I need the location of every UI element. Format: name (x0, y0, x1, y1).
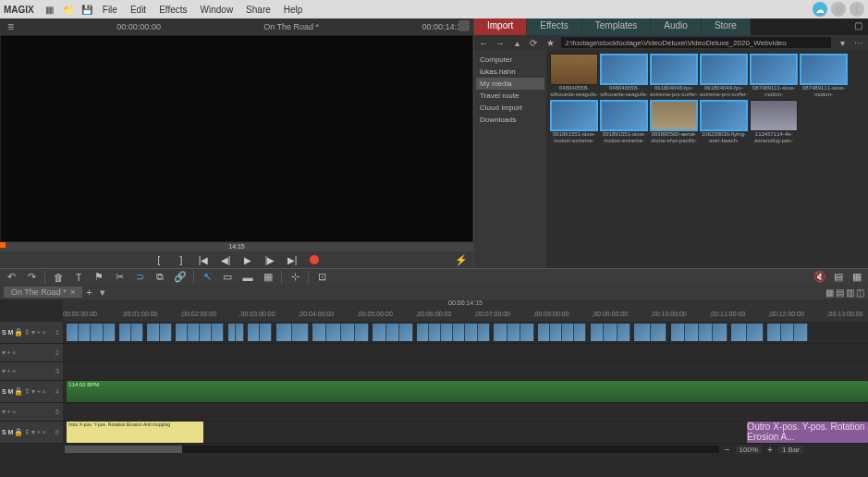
view1-icon[interactable]: ▤ (831, 271, 846, 284)
video-clip[interactable] (119, 324, 143, 341)
group-icon[interactable]: ⊃ (132, 271, 147, 284)
layout3-icon[interactable]: ▥ (846, 287, 854, 298)
media-thumb[interactable]: 093890560-aerial-drone-shot-pacific-co-a… (650, 100, 698, 144)
menu-help[interactable]: Help (278, 3, 309, 17)
new-icon[interactable]: ▦ (42, 2, 58, 17)
mode3-icon[interactable]: ▦ (261, 271, 275, 284)
upload-icon[interactable]: ↥ (850, 2, 864, 17)
marker-icon[interactable]: ⚑ (92, 271, 106, 284)
open-icon[interactable]: 📁 (60, 2, 77, 17)
panel-close-icon[interactable]: ▢ (849, 18, 868, 35)
video-clip[interactable] (248, 324, 272, 341)
project-tab[interactable]: On The Road * × (4, 287, 82, 298)
layout2-icon[interactable]: ▤ (836, 287, 844, 298)
text-icon[interactable]: T (71, 271, 86, 284)
nav-back-icon[interactable]: ← (478, 38, 489, 48)
add-tab-icon[interactable]: + (82, 287, 95, 298)
video-clip[interactable] (276, 324, 309, 341)
time-marks[interactable]: 00:00:00:00,00:01:00:00,00:02:00:00,00:0… (63, 311, 868, 322)
preview-menu-icon[interactable]: ≡ (7, 20, 14, 33)
tree-mymedia[interactable]: My media (476, 78, 544, 90)
render-icon[interactable]: ⚡ (455, 254, 468, 266)
audio-track-content[interactable]: 114.02 BPM (63, 381, 868, 402)
play-icon[interactable]: ▶ (240, 253, 255, 266)
delete-icon[interactable]: 🗑 (51, 271, 66, 284)
go-start-icon[interactable]: |◀ (196, 253, 211, 266)
view2-icon[interactable]: ▦ (850, 271, 864, 284)
tab-templates[interactable]: Templates (582, 18, 652, 35)
menu-file[interactable]: File (97, 3, 123, 17)
save-icon[interactable]: 💾 (79, 2, 95, 17)
link-icon[interactable]: 🔗 (173, 271, 188, 284)
mode1-icon[interactable]: ▭ (220, 271, 235, 284)
cut-icon[interactable]: ✂ (112, 271, 127, 284)
media-thumb[interactable]: 091891551-slow-motion-extreme-athl... (550, 100, 598, 144)
video-clip[interactable] (538, 324, 586, 341)
video-clip[interactable] (671, 324, 727, 341)
time-ruler[interactable]: 00:00:14:15 (63, 300, 868, 311)
nav-fwd-icon[interactable]: → (495, 38, 506, 48)
layout1-icon[interactable]: ▦ (825, 287, 834, 298)
tree-cloud[interactable]: Cloud Import (476, 102, 544, 114)
gear-icon[interactable]: ⚙ (831, 2, 846, 17)
tab-dropdown-icon[interactable]: ▾ (96, 287, 109, 299)
video-clip[interactable] (767, 324, 808, 341)
layout4-icon[interactable]: ◫ (856, 287, 864, 298)
tab-effects[interactable]: Effects (527, 18, 581, 35)
video-clip[interactable] (731, 324, 764, 341)
preview-ruler[interactable]: 14:15 (0, 242, 473, 251)
mark-out-icon[interactable]: ] (174, 253, 189, 266)
video-clip[interactable] (373, 324, 413, 341)
menu-edit[interactable]: Edit (125, 3, 152, 17)
menu-share[interactable]: Share (240, 3, 276, 17)
media-thumb[interactable]: 048046558-silhouette-seagulls-flight-sl-… (600, 54, 648, 98)
video-clip[interactable] (176, 324, 224, 341)
media-thumb[interactable]: 087489111-slow-motion-breathtaking-tu-rq… (800, 54, 848, 98)
tree-downloads[interactable]: Downloads (476, 114, 544, 126)
video-clip[interactable] (591, 324, 631, 341)
bar-level[interactable]: 1 Bar (778, 446, 803, 454)
zoom-level[interactable]: 100% (736, 446, 762, 454)
video-clip[interactable] (67, 324, 115, 341)
menu-effects[interactable]: Effects (153, 3, 192, 17)
zoom-in-icon[interactable]: + (767, 445, 773, 455)
nav-up-icon[interactable]: ▴ (511, 38, 522, 48)
video-clip[interactable] (228, 324, 244, 341)
refresh-icon[interactable]: ⟳ (528, 38, 539, 48)
media-thumb[interactable]: 061804048-fpv-extreme-pro-surfer-pa... (650, 54, 698, 98)
tree-travel[interactable]: Travel route (476, 90, 544, 102)
video-clip[interactable] (494, 324, 534, 341)
video-clip[interactable] (634, 324, 666, 341)
next-frame-icon[interactable]: |▶ (263, 253, 277, 266)
bookmark-icon[interactable]: ★ (544, 38, 556, 48)
tab-import[interactable]: Import (474, 18, 527, 35)
title-track-content[interactable]: Intro X-pos. Y-pos. Rotation Erosion Ant… (63, 422, 868, 443)
options-icon[interactable]: ⋯ (853, 38, 864, 48)
mode2-icon[interactable]: ▬ (240, 271, 255, 284)
prev-frame-icon[interactable]: ◀| (218, 253, 233, 266)
preview-close-icon[interactable] (458, 20, 470, 31)
media-thumb[interactable]: 061804049-fpv-extreme-pro-surfer-padd-li… (700, 54, 748, 98)
video-clip[interactable] (312, 324, 369, 341)
video-track-content[interactable] (63, 322, 868, 343)
h-scrollbar[interactable] (65, 446, 719, 453)
video-clip[interactable] (147, 324, 171, 341)
go-end-icon[interactable]: ▶| (285, 253, 300, 266)
media-thumb[interactable]: 112457114-4k-ascending-pan-around-ro-cks… (750, 100, 798, 144)
close-tab-icon[interactable]: × (70, 287, 75, 297)
fit-icon[interactable]: ⊡ (314, 271, 329, 284)
preview-viewport[interactable] (0, 35, 473, 242)
video-clip[interactable] (417, 324, 489, 341)
redo-icon[interactable]: ↷ (24, 271, 39, 284)
tab-store[interactable]: Store (702, 18, 751, 35)
mute-icon[interactable]: 🔇 (813, 271, 827, 284)
cloud-icon[interactable]: ☁ (813, 2, 827, 17)
zoom-out-icon[interactable]: − (725, 445, 730, 455)
tree-computer[interactable]: Computer (476, 54, 544, 66)
menu-window[interactable]: Window (195, 3, 239, 17)
ungroup-icon[interactable]: ⧉ (153, 271, 167, 284)
media-thumb[interactable]: 106238036-flying-over-beach-atlantic-co-… (700, 100, 748, 144)
tab-audio[interactable]: Audio (651, 18, 702, 35)
media-thumb[interactable]: 087489111-slow-motion-breathtaking-... (750, 54, 798, 98)
media-thumb[interactable]: 091891551-slow-motion-extreme-athlet-e-s… (600, 100, 648, 144)
